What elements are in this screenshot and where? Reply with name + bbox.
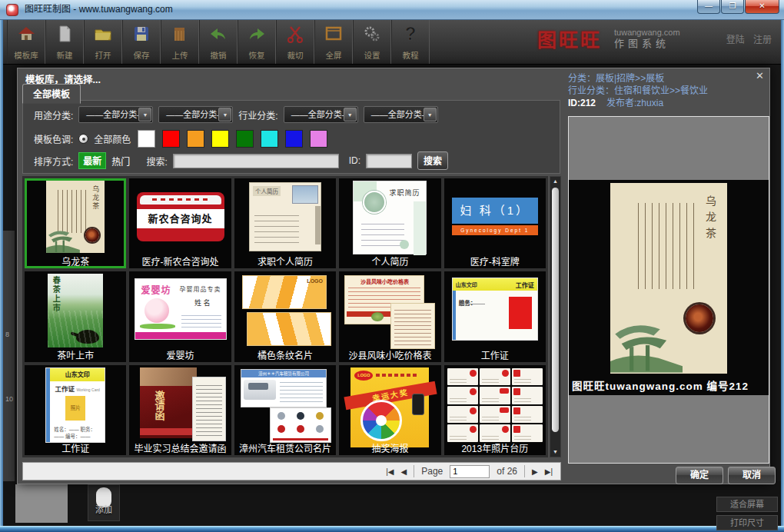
fit-screen-button[interactable]: 适合屏幕 xyxy=(716,497,778,512)
template-tile-lottery-poster[interactable]: LOGO 幸运大奖 抽奖海报 xyxy=(339,365,440,455)
industry-category-dropdown-1[interactable]: ——全部分类—▼ xyxy=(284,106,358,123)
color-swatch-green[interactable] xyxy=(236,130,254,148)
add-button[interactable]: 添加 xyxy=(88,484,120,521)
all-colors-radio[interactable] xyxy=(78,134,88,144)
template-tile-car-rental-card[interactable]: 漳州＊＊汽车租赁有限公司 漳州汽车租赁公司名片 xyxy=(234,365,336,455)
teapot-silhouette xyxy=(76,330,99,344)
prev-page-button[interactable]: ◀ xyxy=(401,467,407,476)
open-button[interactable]: 打开 xyxy=(84,20,122,64)
dept-name-en: Gynecology Dept 1 xyxy=(452,225,538,235)
template-tile-orange-card[interactable]: LOGO 橘色条纹名片 xyxy=(234,271,336,361)
template-tile-work-badge-v[interactable]: 山东文印 工作证 Working Card 照片 姓名：—— 职务：—— 编号：… xyxy=(25,365,126,455)
template-detail-info: 分类：展板|招牌>>展板 行业分类：住宿和餐饮业>>餐饮业 ID:212发布者:… xyxy=(568,72,769,109)
card-title: 孕婴用品专卖 xyxy=(180,284,221,293)
id-input[interactable] xyxy=(366,154,412,168)
sort-hot-button[interactable]: 热门 xyxy=(111,155,130,168)
preview-watermark: 图旺旺tuwangwang.com 编号212 xyxy=(572,377,769,393)
scroll-down-icon[interactable]: ▼ xyxy=(550,447,560,457)
card-front: LOGO xyxy=(242,275,327,309)
redo-icon xyxy=(247,24,267,49)
search-button[interactable]: 搜索 xyxy=(417,151,448,170)
chevron-down-icon[interactable]: ▼ xyxy=(424,108,437,121)
register-link[interactable]: 注册 xyxy=(753,35,772,45)
print-size-button[interactable]: 打印尺寸 xyxy=(716,515,778,530)
template-tile-photo-calendar[interactable]: 2013年照片台历 xyxy=(444,365,546,455)
text-lines xyxy=(181,315,221,328)
login-link[interactable]: 登陆 xyxy=(726,35,745,45)
side-bar xyxy=(315,206,321,244)
tutorial-button[interactable]: ? 教程 xyxy=(391,20,430,64)
undo-button[interactable]: 撤销 xyxy=(199,20,238,64)
redo-button[interactable]: 恢复 xyxy=(238,20,276,64)
template-tile-xinnonghe[interactable]: 新农合咨询处 医疗-新农合咨询处 xyxy=(129,178,231,268)
color-swatch-orange[interactable] xyxy=(187,130,204,148)
close-button[interactable]: ✕ xyxy=(745,0,779,14)
search-input[interactable] xyxy=(173,154,339,168)
next-page-button[interactable]: ▶ xyxy=(532,467,538,476)
crop-button[interactable]: 裁切 xyxy=(276,20,314,64)
industry-category-dropdown-2[interactable]: ——全部分类—▼ xyxy=(364,106,438,123)
template-tile-baby-shop[interactable]: 爱婴坊 孕婴用品专卖 姓 名 爱婴坊 xyxy=(129,271,231,361)
tile-label: 抽奖海报 xyxy=(339,441,440,454)
ok-button[interactable]: 确定 xyxy=(676,467,723,484)
usage-category-label: 用途分类: xyxy=(34,108,73,121)
template-tile-tea-launch[interactable]: 春茶上市 茶叶上市 xyxy=(25,271,126,361)
template-thumbnail xyxy=(447,367,543,443)
new-button[interactable]: 新建 xyxy=(45,20,84,64)
preview-poster: 乌龙茶 xyxy=(610,183,727,374)
minimize-button[interactable]: — xyxy=(697,0,720,14)
template-tile-snack-pricelist[interactable]: 沙县风味小吃价格表 沙县风味小吃价格表 xyxy=(339,271,440,361)
sort-newest-button[interactable]: 最新 xyxy=(78,152,106,169)
template-tile-work-badge-h[interactable]: 山东文印 工作证 姓名： 职务： 编号： 工作证 xyxy=(444,271,546,361)
template-tile-invitation[interactable]: 邀请函 毕业实习总结会邀请函 xyxy=(129,365,231,455)
color-swatch-blue[interactable] xyxy=(285,130,303,148)
template-thumbnail: LOGO 幸运大奖 xyxy=(350,367,429,447)
resume-tag: 个人简历 xyxy=(253,186,281,196)
template-tile-dept-sign[interactable]: 妇 科（1） Gynecology Dept 1 医疗-科室牌 xyxy=(444,178,546,268)
chevron-down-icon[interactable]: ▼ xyxy=(218,108,231,121)
brand-text: 爱婴坊 xyxy=(141,283,171,296)
chevron-down-icon[interactable]: ▼ xyxy=(344,108,357,121)
canvas-gray-block xyxy=(15,484,68,523)
chevron-down-icon[interactable]: ▼ xyxy=(138,108,151,121)
save-button[interactable]: 保存 xyxy=(122,20,161,64)
color-swatch-violet[interactable] xyxy=(310,130,327,148)
color-swatch-white[interactable] xyxy=(138,130,155,148)
brand-logo-grid xyxy=(273,411,328,435)
window-frame-bottom xyxy=(0,526,784,532)
color-swatch-cyan[interactable] xyxy=(261,130,278,148)
usage-category-dropdown-1[interactable]: ——全部分类—▼ xyxy=(78,106,153,123)
dept-name: 妇 科（1） xyxy=(452,198,538,224)
brand-system: 作图系统 xyxy=(614,38,680,50)
car-photo xyxy=(244,380,276,400)
template-library-button[interactable]: 模板库 xyxy=(7,20,45,64)
scroll-up-icon[interactable]: ▲ xyxy=(550,177,560,186)
first-page-button[interactable]: |◀ xyxy=(386,467,394,476)
template-tile-resume-2[interactable]: 求职简历 个人简历 xyxy=(339,178,440,268)
template-thumbnail: 新农合咨询处 xyxy=(135,181,226,253)
upload-button[interactable]: 上传 xyxy=(161,20,199,64)
template-thumbnail: 个人简历 xyxy=(245,181,325,253)
tab-all-templates[interactable]: 全部模板 xyxy=(22,84,81,104)
home-icon xyxy=(16,24,36,49)
pagination-bar: |◀ ◀ Page of 26 ▶ ▶| xyxy=(22,462,561,480)
last-page-button[interactable]: ▶| xyxy=(545,467,553,476)
fullscreen-button[interactable]: 全屏 xyxy=(314,20,353,64)
usage-category-dropdown-2[interactable]: ——全部分类—▼ xyxy=(158,106,233,123)
color-swatch-yellow[interactable] xyxy=(211,130,229,148)
help-icon: ? xyxy=(400,24,420,49)
maximize-button[interactable]: ❐ xyxy=(721,0,744,14)
color-swatch-red[interactable] xyxy=(162,130,180,148)
page-number-input[interactable] xyxy=(450,465,490,478)
tile-label: 茶叶上市 xyxy=(25,348,126,361)
template-thumbnail: 妇 科（1） Gynecology Dept 1 xyxy=(450,181,540,253)
red-band xyxy=(140,428,197,435)
tile-label: 毕业实习总结会邀请函 xyxy=(129,441,231,454)
template-tile-resume-1[interactable]: 个人简历 求职个人简历 xyxy=(234,178,336,268)
tile-label: 医疗-科室牌 xyxy=(444,254,546,268)
grid-scrollbar[interactable]: ▲ ▼ xyxy=(550,176,561,457)
cancel-button[interactable]: 取消 xyxy=(728,467,776,484)
settings-button[interactable]: 设置 xyxy=(353,20,391,64)
template-tile-wulongcha[interactable]: 乌龙茶 乌龙茶 xyxy=(25,178,126,268)
scrollbar-thumb[interactable] xyxy=(552,188,559,432)
